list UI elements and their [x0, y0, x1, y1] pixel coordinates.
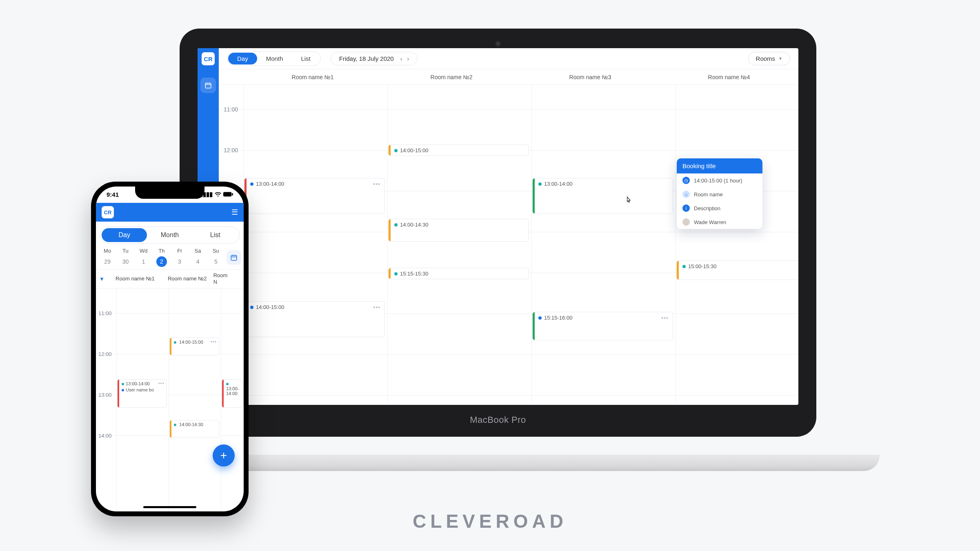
event-time-label: 13:00-14:00	[256, 181, 284, 187]
event-block[interactable]: 15:15-16:00 •••	[532, 312, 673, 340]
popover-user: Wade Warren	[694, 219, 726, 225]
event-time-label: 14:00-14:30	[179, 422, 203, 427]
event-block[interactable]: 13:00-14:00 •••	[244, 178, 385, 214]
sidebar-calendar-button[interactable]	[200, 78, 216, 93]
event-time-label: 14:00-15:00	[256, 304, 284, 310]
event-block[interactable]: 15:15-15:30	[388, 268, 529, 279]
add-booking-fab[interactable]: +	[213, 444, 235, 467]
avatar-icon	[682, 218, 690, 226]
phone-mockup: 9:41 ▮▮▮▮ CR ☰ Day	[91, 182, 249, 516]
popover-description: Description	[694, 205, 720, 211]
dot-icon	[394, 149, 398, 152]
event-time-label: 13:00-14:00	[226, 386, 239, 396]
user-icon	[122, 389, 124, 391]
event-more-icon[interactable]: •••	[158, 381, 164, 387]
chevron-down-icon: ▼	[778, 56, 782, 61]
info-icon: i	[682, 204, 690, 212]
time-label: 11:00	[98, 310, 112, 316]
room-icon: ⌂	[682, 191, 690, 198]
event-time-label: 13:00-14:00	[126, 381, 150, 386]
popover-time: 14:00-15:00 (1 hour)	[694, 178, 742, 184]
week-day[interactable]: Wd1	[135, 248, 153, 267]
rooms-dropdown[interactable]: Rooms ▼	[748, 52, 790, 65]
room-column-header: Room name №3	[521, 74, 660, 80]
view-month-button[interactable]: Month	[147, 228, 192, 242]
mobile-calendar-grid: 11:00 12:00 13:00 14:00 14:00-15:00 •••	[96, 289, 244, 512]
open-calendar-button[interactable]	[227, 250, 241, 265]
week-selector: Mo29 Tu30 Wd1 Th2 Fr3 Sa4 Su5	[96, 248, 244, 269]
laptop-camera	[495, 41, 501, 47]
calendar-icon	[230, 254, 238, 261]
time-label: 14:00	[98, 432, 112, 438]
room-columns-header: ▼ Room name №1 Room name №2 RoomN	[96, 269, 244, 289]
event-block[interactable]: 13:00-14:00	[532, 178, 673, 214]
battery-icon	[223, 191, 233, 198]
event-block[interactable]: 14:00-14:30	[169, 420, 219, 438]
event-time-label: 13:00-14:00	[544, 181, 572, 187]
booking-popover: Booking title ◷14:00-15:00 (1 hour) ⌂Roo…	[677, 158, 762, 229]
svg-rect-3	[231, 255, 237, 260]
view-list-button[interactable]: List	[292, 53, 319, 64]
dot-icon	[394, 272, 398, 276]
mobile-header: CR ☰	[96, 203, 244, 222]
phone-status-bar: 9:41 ▮▮▮▮	[96, 189, 244, 200]
event-more-icon[interactable]: •••	[661, 315, 669, 321]
event-time-label: 14:00-14:30	[400, 222, 428, 228]
dot-icon	[122, 383, 124, 385]
view-day-button[interactable]: Day	[228, 53, 257, 64]
week-day[interactable]: Tu30	[116, 248, 134, 267]
menu-icon[interactable]: ☰	[231, 208, 238, 217]
dot-icon	[538, 182, 542, 186]
next-day-button[interactable]: ›	[407, 56, 409, 62]
event-block[interactable]: 14:00-14:30	[388, 219, 529, 242]
room-column-header: Room name №2	[382, 74, 521, 80]
event-block[interactable]: 15:00-15:30	[676, 260, 798, 280]
room-column-header: RoomN	[213, 272, 242, 286]
event-time-label: 14:00-15:00	[179, 340, 203, 344]
event-block[interactable]: 14:00-15:00 •••	[244, 301, 385, 337]
app-logo: CR	[102, 206, 114, 218]
week-day[interactable]: Fr3	[171, 248, 189, 267]
week-day[interactable]: Sa4	[189, 248, 207, 267]
dot-icon	[174, 341, 176, 344]
status-time: 9:41	[107, 191, 119, 198]
calendar-icon	[204, 82, 212, 89]
event-block[interactable]: 14:00-15:00	[388, 144, 529, 156]
event-more-icon[interactable]: •••	[373, 181, 380, 187]
week-day[interactable]: Th2	[153, 248, 171, 267]
svg-rect-0	[205, 83, 211, 88]
dot-icon	[394, 223, 398, 227]
event-time-label: 15:00-15:30	[688, 263, 716, 269]
user-icon	[250, 182, 253, 186]
room-column-header: Room name №4	[660, 74, 798, 80]
popover-room: Room name	[694, 191, 723, 198]
time-label: 12:00	[224, 147, 238, 153]
time-label: 12:00	[98, 351, 112, 357]
date-selector[interactable]: Friday, 18 July 2020 ‹ ›	[331, 52, 418, 65]
dot-icon	[682, 265, 686, 268]
week-day[interactable]: Mo29	[98, 248, 116, 267]
laptop-model-label: MacBook Pro	[470, 415, 526, 425]
plus-icon: +	[220, 449, 227, 462]
event-user-label: User name bo	[126, 387, 154, 392]
event-more-icon[interactable]: •••	[373, 304, 380, 311]
view-month-button[interactable]: Month	[257, 53, 292, 64]
event-block[interactable]: 13:00-14:00	[222, 379, 244, 408]
room-column-header: Room name №1	[109, 276, 161, 282]
time-label: 11:00	[224, 106, 238, 113]
event-block[interactable]: 14:00-15:00 •••	[169, 338, 219, 355]
event-time-label: 14:00-15:00	[400, 147, 428, 153]
room-column-header: Room name №2	[161, 276, 213, 282]
view-list-button[interactable]: List	[193, 228, 238, 242]
event-time-label: 15:15-16:00	[544, 315, 572, 321]
user-icon	[250, 306, 253, 309]
filter-icon[interactable]: ▼	[99, 276, 109, 282]
view-day-button[interactable]: Day	[102, 228, 147, 242]
event-block[interactable]: 13:00-14:00 User name bo •••	[117, 379, 167, 408]
prev-day-button[interactable]: ‹	[400, 56, 402, 62]
week-day[interactable]: Su5	[207, 248, 225, 267]
event-more-icon[interactable]: •••	[210, 339, 217, 345]
toolbar: Day Month List Friday, 18 July 2020 ‹ ›	[219, 48, 798, 69]
view-segmented-control: Day Month List	[227, 51, 321, 66]
clock-icon: ◷	[682, 177, 690, 184]
